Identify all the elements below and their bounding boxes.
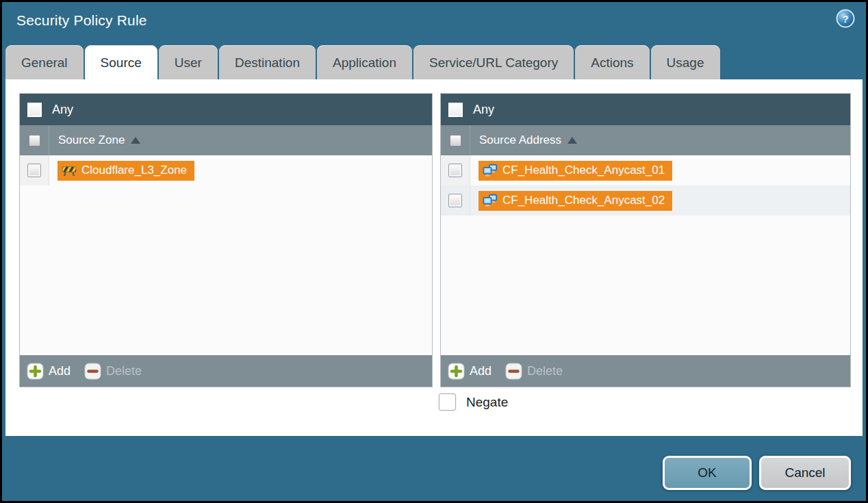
source-zone-select-all-checkbox[interactable] — [29, 135, 40, 146]
address-icon — [483, 164, 498, 177]
tab-usage[interactable]: Usage — [651, 45, 720, 79]
tab-general[interactable]: General — [5, 45, 84, 79]
row-checkbox[interactable] — [27, 164, 41, 177]
select-all-cell — [441, 125, 470, 155]
add-button-label: Add — [49, 364, 71, 378]
address-chip[interactable]: CF_Health_Check_Anycast_01 — [478, 161, 672, 181]
source-address-any-bar: Any — [441, 94, 850, 125]
source-zone-any-label: Any — [52, 103, 73, 117]
tab-source[interactable]: Source — [85, 45, 157, 79]
source-zone-any-checkbox[interactable] — [27, 103, 42, 117]
table-row: CF_Health_Check_Anycast_01 — [441, 155, 850, 185]
dialog-footer: OK Cancel — [663, 456, 851, 490]
source-address-column-header[interactable]: Source Address — [441, 125, 850, 155]
source-address-panel: Any Source Address — [440, 93, 851, 387]
zone-icon — [62, 165, 77, 177]
source-zone-panel: Any Source Zone — [19, 93, 433, 387]
table-row: Cloudflare_L3_Zone — [20, 155, 432, 185]
source-tab-content: Any Source Zone — [5, 79, 863, 436]
source-zone-any-bar: Any — [20, 94, 432, 125]
tab-user[interactable]: User — [159, 45, 218, 79]
source-address-select-all-checkbox[interactable] — [450, 135, 461, 146]
tab-destination[interactable]: Destination — [219, 45, 316, 79]
sort-ascending-icon — [567, 137, 577, 144]
source-zone-column-header[interactable]: Source Zone — [20, 125, 432, 155]
table-row: CF_Health_Check_Anycast_02 — [441, 185, 850, 216]
address-chip-label: CF_Health_Check_Anycast_01 — [502, 164, 665, 177]
row-checkbox-cell — [441, 155, 470, 185]
source-address-any-checkbox[interactable] — [448, 103, 463, 117]
add-button-label: Add — [470, 364, 492, 378]
tab-service-url-category[interactable]: Service/URL Category — [413, 45, 574, 79]
address-chip[interactable]: CF_Health_Check_Anycast_02 — [478, 191, 672, 211]
svg-text:?: ? — [842, 13, 848, 25]
source-address-list: CF_Health_Check_Anycast_01 — [441, 155, 850, 355]
delete-button-label: Delete — [106, 364, 142, 378]
add-button[interactable]: Add — [448, 363, 492, 380]
tab-actions[interactable]: Actions — [575, 45, 649, 79]
source-address-any-label: Any — [473, 103, 494, 117]
address-icon — [483, 194, 498, 207]
tab-application[interactable]: Application — [317, 45, 412, 79]
delete-icon — [505, 363, 522, 380]
delete-icon — [84, 363, 101, 380]
help-icon[interactable]: ? — [836, 9, 855, 28]
select-all-cell — [20, 125, 49, 155]
dialog-title: Security Policy Rule — [16, 12, 147, 29]
tab-bar: General Source User Destination Applicat… — [5, 45, 722, 79]
negate-row: Negate — [439, 394, 508, 411]
row-checkbox[interactable] — [448, 194, 462, 207]
delete-button-label: Delete — [527, 364, 563, 378]
row-checkbox-cell — [441, 185, 470, 216]
add-icon — [448, 363, 465, 380]
zone-chip-label: Cloudflare_L3_Zone — [81, 164, 187, 177]
delete-button[interactable]: Delete — [505, 363, 563, 380]
negate-checkbox[interactable] — [439, 394, 456, 411]
row-checkbox-cell — [20, 155, 49, 185]
source-zone-list: Cloudflare_L3_Zone — [20, 155, 432, 355]
source-address-column-label: Source Address — [479, 133, 561, 147]
address-chip-label: CF_Health_Check_Anycast_02 — [502, 194, 665, 207]
delete-button[interactable]: Delete — [84, 363, 142, 380]
source-zone-footer: Add Delete — [20, 355, 432, 387]
negate-label: Negate — [466, 395, 508, 410]
sort-ascending-icon — [131, 137, 140, 144]
ok-button[interactable]: OK — [663, 456, 752, 490]
row-checkbox[interactable] — [448, 164, 462, 177]
source-zone-column-label: Source Zone — [58, 133, 125, 147]
add-button[interactable]: Add — [27, 363, 71, 380]
add-icon — [27, 363, 44, 380]
cancel-button[interactable]: Cancel — [759, 456, 851, 490]
security-policy-rule-dialog: Security Policy Rule ? General Source Us… — [2, 2, 866, 501]
zone-chip[interactable]: Cloudflare_L3_Zone — [58, 161, 194, 181]
source-address-footer: Add Delete — [441, 355, 850, 387]
